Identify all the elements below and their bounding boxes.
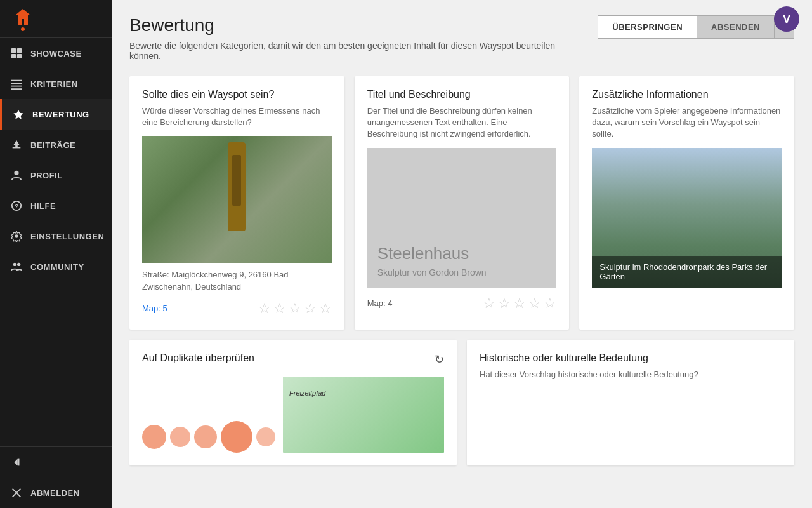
sidebar-item-kriterien-label: KRITERIEN — [30, 79, 78, 89]
page-description: Bewerte die folgenden Kategorien, damit … — [129, 41, 573, 61]
app-logo — [10, 6, 36, 32]
wayspot-map-link[interactable]: Map: 5 — [142, 304, 167, 313]
title-card-footer: Map: 4 ☆ ☆ ☆ ☆ ☆ — [367, 295, 557, 312]
sidebar-item-beitraege-label: BEITRÄGE — [30, 140, 75, 150]
wayspot-name: Steelenhaus — [377, 244, 547, 264]
upload-icon — [10, 138, 23, 151]
duplicate-card: Auf Duplikate überprüfen ↻ — [129, 340, 457, 465]
duplicate-preview-area — [142, 377, 444, 453]
sidebar-item-showcase[interactable]: SHOWCASE — [0, 38, 112, 69]
circles-row — [142, 421, 275, 453]
sidebar-item-community[interactable]: COMMUNITY — [0, 251, 112, 282]
duplicate-circle-5 — [256, 427, 275, 446]
cards-grid-top: Sollte dies ein Wayspot sein? Würde dies… — [129, 76, 794, 330]
title-star-1[interactable]: ☆ — [483, 295, 495, 312]
duplicate-circle-4 — [221, 421, 252, 453]
historical-card-title: Historische oder kulturelle Bedeutung — [480, 352, 782, 364]
sidebar-item-showcase-label: SHOWCASE — [30, 49, 82, 58]
title-star-5[interactable]: ☆ — [544, 295, 556, 312]
svg-rect-21 — [18, 459, 20, 466]
sidebar-item-profil[interactable]: PROFIL — [0, 160, 112, 190]
svg-rect-6 — [17, 54, 22, 58]
sidebar-item-kriterien[interactable]: KRITERIEN — [0, 69, 112, 99]
send-button[interactable]: ABSENDEN — [697, 15, 775, 39]
title-card: Titel und Beschreibung Der Titel und die… — [355, 76, 570, 330]
wayspot-address: Straße: Maiglöckchenweg 9, 26160 Bad Zwi… — [142, 269, 332, 292]
title-stars: ☆ ☆ ☆ ☆ ☆ — [483, 295, 556, 312]
list-icon — [10, 77, 23, 90]
wayspot-card-title: Sollte dies ein Wayspot sein? — [142, 89, 332, 100]
question-icon: ? — [10, 199, 23, 212]
duplicate-circle-2 — [170, 427, 190, 447]
title-map-label: Map: 4 — [367, 298, 393, 308]
svg-marker-11 — [13, 110, 23, 119]
collapse-icon — [10, 456, 23, 469]
sidebar-collapse-button[interactable] — [0, 447, 112, 478]
main-content: Bewertung Bewerte die folgenden Kategori… — [112, 0, 812, 508]
historical-card-description: Hat dieser Vorschlag historische oder ku… — [480, 369, 782, 380]
sidebar-abmelden-label: ABMELDEN — [30, 488, 80, 498]
duplicate-circle-1 — [142, 425, 166, 449]
park-photo: Skulptur im Rhododendronpark des Parks d… — [592, 148, 782, 288]
wayspot-photo — [142, 136, 332, 263]
page-header-left: Bewertung Bewerte die folgenden Kategori… — [129, 15, 573, 61]
title-star-3[interactable]: ☆ — [513, 295, 526, 312]
wayspot-subtitle: Skulptur von Gordon Brown — [377, 267, 547, 277]
star-5[interactable]: ☆ — [319, 300, 332, 317]
wayspot-stars: ☆ ☆ ☆ ☆ ☆ — [258, 300, 332, 317]
svg-rect-3 — [11, 48, 16, 53]
refresh-button[interactable]: ↻ — [435, 352, 444, 366]
page-title: Bewertung — [129, 15, 573, 36]
title-card-description: Der Titel und die Beschreibung dürfen ke… — [367, 105, 557, 140]
wayspot-card: Sollte dies ein Wayspot sein? Würde dies… — [129, 76, 344, 330]
svg-point-19 — [17, 263, 20, 266]
sidebar-item-profil-label: PROFIL — [30, 171, 63, 180]
sidebar: SHOWCASE KRITERIEN BEWERTUNG BEITRÄGE PR… — [0, 0, 112, 508]
star-3[interactable]: ☆ — [289, 300, 301, 317]
sidebar-item-community-label: COMMUNITY — [30, 262, 84, 272]
sidebar-item-hilfe[interactable]: ? HILFE — [0, 190, 112, 221]
skip-button[interactable]: ÜBERSPRINGEN — [598, 15, 697, 39]
sidebar-item-bewertung[interactable]: BEWERTUNG — [0, 99, 112, 130]
title-star-2[interactable]: ☆ — [498, 295, 511, 312]
duplicate-map — [283, 377, 444, 453]
sidebar-item-einstellungen[interactable]: EINSTELLUNGEN — [0, 221, 112, 251]
title-star-4[interactable]: ☆ — [528, 295, 541, 312]
star-icon — [12, 108, 25, 121]
sidebar-abmelden-button[interactable]: ABMELDEN — [0, 478, 112, 508]
people-icon — [10, 260, 23, 273]
svg-rect-7 — [11, 80, 22, 81]
cards-grid-bottom: Auf Duplikate überprüfen ↻ Histor — [129, 340, 794, 465]
park-photo-caption: Skulptur im Rhododendronpark des Parks d… — [592, 256, 782, 288]
star-4[interactable]: ☆ — [304, 300, 317, 317]
svg-point-14 — [14, 171, 18, 175]
grid-icon — [10, 47, 23, 60]
sidebar-item-hilfe-label: HILFE — [30, 201, 56, 211]
gear-icon — [10, 230, 23, 243]
svg-rect-9 — [11, 86, 22, 87]
duplicate-circle-3 — [194, 425, 217, 448]
circles-column — [142, 421, 275, 453]
svg-point-2 — [21, 27, 25, 31]
svg-rect-5 — [11, 54, 16, 58]
star-2[interactable]: ☆ — [273, 300, 286, 317]
header-actions: ÜBERSPRINGEN ABSENDEN — [598, 15, 794, 39]
svg-point-18 — [13, 263, 16, 266]
user-avatar[interactable]: V — [774, 6, 799, 32]
additional-info-title: Zusätzliche Informationen — [592, 89, 782, 100]
sidebar-item-einstellungen-label: EINSTELLUNGEN — [30, 232, 104, 241]
title-card-title: Titel und Beschreibung — [367, 89, 557, 100]
historical-card: Historische oder kulturelle Bedeutung Ha… — [467, 340, 794, 465]
page-header: Bewertung Bewerte die folgenden Kategori… — [129, 15, 794, 61]
sidebar-item-bewertung-label: BEWERTUNG — [32, 110, 89, 119]
sidebar-item-beitraege[interactable]: BEITRÄGE — [0, 130, 112, 160]
svg-text:?: ? — [15, 203, 18, 210]
star-1[interactable]: ☆ — [258, 300, 271, 317]
wayspot-title-display: Steelenhaus Skulptur von Gordon Brown — [367, 148, 557, 288]
svg-rect-10 — [11, 88, 22, 90]
svg-rect-12 — [13, 147, 21, 149]
duplicate-card-header: Auf Duplikate überprüfen ↻ — [142, 352, 444, 369]
svg-rect-4 — [17, 48, 22, 53]
additional-info-card: Zusätzliche Informationen Zusätzliche vo… — [579, 76, 794, 330]
duplicate-card-title: Auf Duplikate überprüfen — [142, 352, 254, 364]
